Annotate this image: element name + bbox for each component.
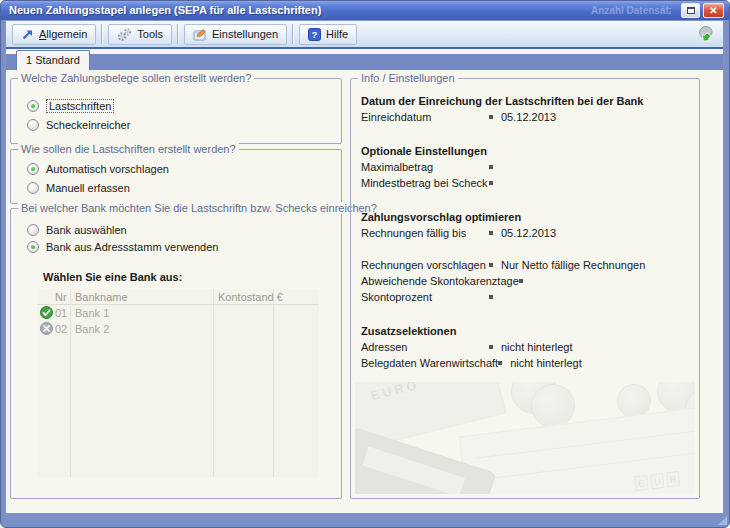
bullet-icon	[489, 345, 493, 349]
radio-lastschriften-label: Lastschriften	[46, 99, 114, 113]
einstellungen-button[interactable]: Einstellungen	[184, 24, 287, 45]
title-faint-text: Anzahl Datensätze	[591, 5, 671, 16]
cell-name: Bank 2	[75, 323, 109, 335]
section-heading-einreichung: Datum der Einreichung der Lastschriften …	[361, 93, 693, 109]
field-mindestbetrag: Mindestbetrag bei Scheck	[361, 175, 693, 191]
eur-tile: R	[666, 471, 681, 487]
cell-nr: 01	[55, 307, 67, 319]
field-value[interactable]: nicht hinterlegt	[501, 341, 573, 353]
resize-grip[interactable]	[718, 516, 727, 525]
group-info-einstellungen: Info / Einstellungen Datum der Einreichu…	[350, 78, 700, 499]
group-bankauswahl: Bei welcher Bank möchten Sie die Lastsch…	[10, 208, 342, 499]
cell-nr: 02	[55, 323, 67, 335]
table-row-bank1[interactable]: 01 Bank 1	[37, 305, 319, 321]
bank-list-caption: Wählen Sie eine Bank aus:	[43, 271, 182, 283]
euro-text: EURO	[369, 382, 421, 403]
radio-bank-auswaehlen-label: Bank auswählen	[46, 224, 127, 236]
close-button[interactable]: ✕	[703, 3, 724, 18]
tab-standard[interactable]: 1 Standard	[16, 50, 90, 70]
calculator-graphic	[355, 427, 496, 494]
field-rechnungen-vorschlagen: Rechnungen vorschlagen Nur Netto fällige…	[361, 257, 693, 273]
allgemein-button[interactable]: Allgemein	[12, 24, 96, 45]
field-skontoprozent: Skontoprozent	[361, 289, 693, 305]
bullet-icon	[519, 279, 523, 283]
radio-manuell-label: Manuell erfassen	[46, 182, 130, 194]
dialog-window: Neuen Zahlungsstapel anlegen (SEPA für a…	[0, 0, 730, 528]
banknote-graphic: 0 EURO	[355, 382, 506, 457]
eur-tile: U	[650, 473, 665, 489]
field-value[interactable]: Nur Netto fällige Rechnungen	[501, 259, 645, 271]
radio-automatisch[interactable]: Automatisch vorschlagen	[27, 162, 169, 176]
section-heading-optionale: Optionale Einstellungen	[361, 143, 693, 159]
coin-graphic	[531, 384, 575, 428]
field-label: Mindestbetrag bei Scheck	[361, 177, 489, 189]
group-zahlungsbelege-title: Welche Zahlungsbelege sollen erstellt we…	[18, 72, 254, 84]
coin-graphic	[617, 384, 651, 418]
field-label: Belegdaten Warenwirtschaft	[361, 357, 498, 369]
transfer-form-graphic: E U R	[459, 382, 695, 494]
field-label: Maximalbetrag	[361, 161, 489, 173]
field-rechnungen-faellig: Rechnungen fällig bis 05.12.2013	[361, 225, 693, 241]
arrow-up-right-icon	[21, 28, 34, 41]
cross-icon	[40, 322, 53, 335]
bullet-icon	[489, 181, 493, 185]
field-label: Einreichdatum	[361, 111, 489, 123]
section-heading-zusatzselektionen: Zusatzselektionen	[361, 323, 693, 339]
radio-lastschriften[interactable]: Lastschriften	[27, 99, 114, 113]
header-bankname[interactable]: Bankname	[75, 291, 128, 303]
bullet-icon	[489, 115, 493, 119]
radio-bank-adressstamm[interactable]: Bank aus Adressstamm verwenden	[27, 240, 218, 254]
toolbar-separator	[101, 24, 103, 44]
radio-icon[interactable]	[27, 119, 39, 131]
radio-icon[interactable]	[27, 182, 39, 194]
radio-manuell[interactable]: Manuell erfassen	[27, 181, 130, 195]
field-value[interactable]: nicht hinterlegt	[510, 357, 582, 369]
toolbar-separator	[292, 24, 294, 44]
bullet-icon	[498, 361, 502, 365]
tab-strip	[6, 54, 723, 70]
cell-name: Bank 1	[75, 307, 109, 319]
header-kontostand[interactable]: Kontostand €	[218, 291, 283, 303]
einstellungen-label: Einstellungen	[212, 28, 278, 40]
money-watermark-image: 0 EURO E U R	[355, 382, 695, 494]
table-row-bank2[interactable]: 02 Bank 2	[37, 321, 319, 337]
bank-table: Nr Bankname Kontostand € 01 Bank 1	[37, 289, 319, 477]
settings-icon	[193, 28, 207, 41]
bullet-icon	[489, 295, 493, 299]
group-erstellart-title: Wie sollen die Lastschriften erstellt we…	[18, 143, 239, 155]
coin-graphic	[685, 388, 695, 430]
radio-icon-selected[interactable]	[27, 241, 39, 253]
svg-text:?: ?	[312, 29, 318, 40]
exit-icon	[696, 25, 715, 43]
field-skontokarenztage: Abweichende Skontokarenztage	[361, 273, 693, 289]
field-value[interactable]: 05.12.2013	[501, 111, 556, 123]
tab-standard-label: 1 Standard	[26, 54, 80, 66]
restore-icon	[687, 7, 695, 14]
bullet-icon	[489, 231, 493, 235]
radio-automatisch-label: Automatisch vorschlagen	[46, 163, 169, 175]
radio-icon-selected[interactable]	[27, 163, 39, 175]
group-zahlungsbelege: Welche Zahlungsbelege sollen erstellt we…	[10, 78, 342, 144]
client-area: Allgemein Tools Einstellungen	[5, 20, 724, 514]
field-einreichdatum: Einreichdatum 05.12.2013	[361, 109, 693, 125]
radio-icon[interactable]	[27, 224, 39, 236]
bank-table-header[interactable]: Nr Bankname Kontostand €	[37, 289, 319, 305]
info-content: Datum der Einreichung der Lastschriften …	[361, 79, 693, 371]
radio-icon-selected[interactable]	[27, 100, 39, 112]
close-icon: ✕	[709, 6, 717, 16]
window-title: Neuen Zahlungsstapel anlegen (SEPA für a…	[9, 4, 321, 16]
title-bar[interactable]: Neuen Zahlungsstapel anlegen (SEPA für a…	[1, 1, 729, 20]
hilfe-button[interactable]: ? Hilfe	[299, 24, 357, 45]
radio-scheckeinreicher[interactable]: Scheckeinreicher	[27, 118, 130, 132]
allgemein-label: Allgemein	[39, 28, 87, 40]
field-belegdaten: Belegdaten Warenwirtschaft nicht hinterl…	[361, 355, 693, 371]
tools-button[interactable]: Tools	[108, 24, 172, 45]
group-erstellart: Wie sollen die Lastschriften erstellt we…	[10, 149, 342, 204]
restore-button[interactable]	[681, 3, 700, 18]
field-label: Adressen	[361, 341, 489, 353]
radio-bank-auswaehlen[interactable]: Bank auswählen	[27, 223, 127, 237]
field-value[interactable]: 05.12.2013	[501, 227, 556, 239]
exit-button[interactable]	[693, 23, 717, 45]
field-maximalbetrag: Maximalbetrag	[361, 159, 693, 175]
header-nr[interactable]: Nr	[55, 291, 67, 303]
